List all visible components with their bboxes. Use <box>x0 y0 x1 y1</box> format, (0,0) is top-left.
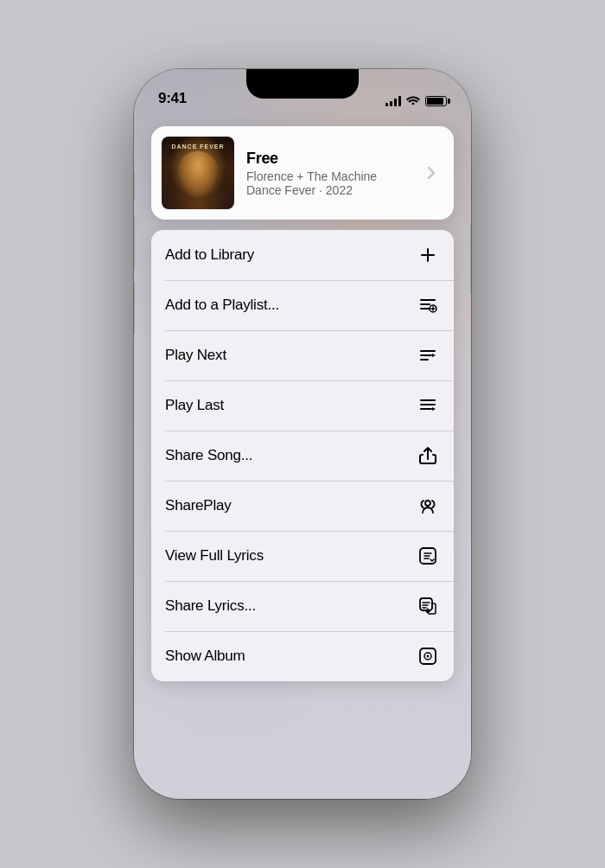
menu-item-add-to-library[interactable]: Add to Library <box>151 230 454 280</box>
menu-label-show-album: Show Album <box>165 648 245 665</box>
menu-label-play-last: Play Last <box>165 397 224 414</box>
playlist-add-icon <box>416 293 440 317</box>
svg-rect-3 <box>420 598 432 610</box>
menu-item-add-to-playlist[interactable]: Add to a Playlist... <box>151 280 454 330</box>
play-next-icon <box>416 343 440 367</box>
status-icons <box>385 94 447 107</box>
share-icon <box>416 444 440 468</box>
menu-item-play-last[interactable]: Play Last <box>151 380 454 431</box>
lyrics-icon <box>416 544 440 568</box>
menu-label-shareplay: SharePlay <box>165 497 232 514</box>
now-playing-card[interactable]: DANCE FEVER Free Florence + The Machine … <box>151 126 454 220</box>
album-icon <box>416 644 440 668</box>
svg-point-6 <box>427 655 430 658</box>
menu-item-show-album[interactable]: Show Album <box>151 631 454 681</box>
svg-point-1 <box>425 501 430 506</box>
menu-item-shareplay[interactable]: SharePlay <box>151 481 454 531</box>
song-title: Free <box>246 150 407 168</box>
wifi-icon <box>406 94 420 107</box>
album-art-title: DANCE FEVER <box>171 144 224 150</box>
chevron-right-icon[interactable] <box>419 161 443 185</box>
shareplay-icon <box>416 494 440 518</box>
play-last-icon <box>416 393 440 418</box>
menu-item-share-song[interactable]: Share Song... <box>151 431 454 481</box>
menu-label-play-next: Play Next <box>165 347 226 364</box>
menu-label-share-lyrics: Share Lyrics... <box>165 597 256 615</box>
menu-item-play-next[interactable]: Play Next <box>151 330 454 380</box>
notch <box>246 69 359 99</box>
context-menu: Add to Library Add to a Playlist... <box>151 230 454 681</box>
song-info: Free Florence + The Machine Dance Fever … <box>246 150 407 197</box>
plus-icon <box>416 243 440 267</box>
menu-item-view-full-lyrics[interactable]: View Full Lyrics <box>151 531 454 581</box>
menu-label-add-to-playlist: Add to a Playlist... <box>165 297 279 314</box>
song-artist: Florence + The Machine <box>246 169 407 183</box>
album-art: DANCE FEVER <box>162 137 234 209</box>
song-album-year: Dance Fever · 2022 <box>246 183 407 197</box>
battery-icon <box>425 96 447 106</box>
album-art-figure <box>176 151 220 199</box>
menu-label-add-to-library: Add to Library <box>165 246 254 264</box>
content-area: DANCE FEVER Free Florence + The Machine … <box>134 112 471 799</box>
phone-frame: 9:41 <box>134 69 471 799</box>
menu-item-share-lyrics[interactable]: Share Lyrics... <box>151 581 454 631</box>
status-time: 9:41 <box>158 90 187 107</box>
share-lyrics-icon <box>416 594 440 618</box>
menu-label-share-song: Share Song... <box>165 447 252 464</box>
signal-icon <box>385 96 401 106</box>
menu-label-view-full-lyrics: View Full Lyrics <box>165 547 264 565</box>
